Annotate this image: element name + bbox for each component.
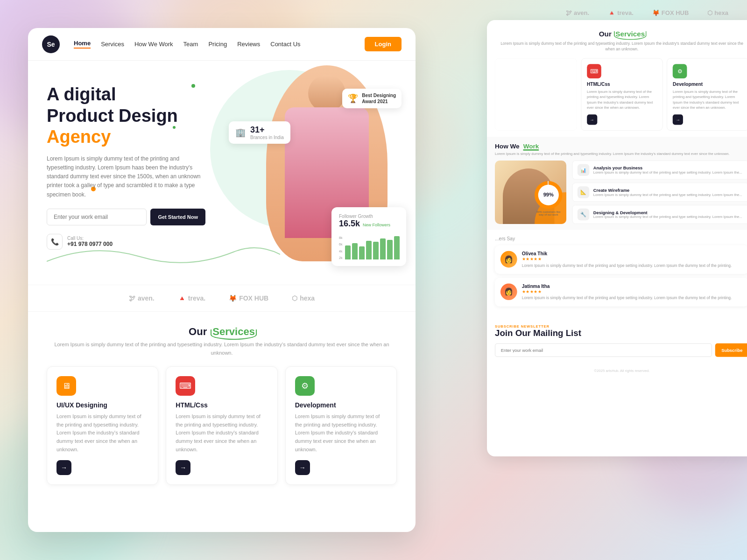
bar-8 [394,236,400,259]
top-partner-aven: 🕊 aven. [566,9,589,16]
testimonial-card-1: 👩 Olivea Thik ★★★★★ Lorem Ipsum is simpl… [495,245,747,273]
progress-inner: 99% [538,184,559,205]
logo-circle: Se [42,35,60,53]
email-form: Get Started Now [47,209,205,225]
award-badge: 🏆 Best Designing Award 2021 [342,89,402,108]
top-partner-treva: 🔺 treva. [608,9,634,16]
right-service-empty [495,58,577,131]
right-content-card: Our Services Lorem Ipsum is simply dummy… [487,20,747,456]
service-card-html: ⌨ HTML/Css Lorem Ipsum is simply dummy t… [166,366,277,485]
award-text: Best Designing Award 2021 [362,92,396,105]
services-title: Our Services [47,326,397,338]
bar-2 [352,243,358,259]
phone-icon: 📞 [47,234,63,250]
login-button[interactable]: Login [365,37,402,51]
how-step-2: 📐 Create Wireframe Lorem Ipsum is simply… [572,182,747,202]
hero-section: A digital Product Design Agency Lorem Ip… [28,61,416,285]
how-step-1: 📊 Analysis your Business Lorem Ipsum is … [572,161,747,180]
right-service-cards: ⌨ HTML/Css Lorem Ipsum is simply dummy t… [487,58,747,137]
dev-icon: ⚙ [295,376,315,396]
progress-circle: 99% [535,181,563,209]
email-input[interactable] [47,209,147,225]
partner-foxhub: 🦊 FOX HUB [229,294,268,302]
how-step-3: 🔧 Designing & Development Lorem Ipsum is… [572,205,747,224]
branches-badge: 🏢 31+ Brances in India [229,121,290,144]
logo: Se [42,35,60,53]
top-partner-hexa: ⬡ hexa [707,9,728,16]
right-html-icon: ⌨ [587,64,601,78]
newsletter-form: Subscribe [495,343,747,357]
right-html-card: ⌨ HTML/Css Lorem Ipsum is simply dummy t… [581,58,663,131]
how-content: 99% 99% customers like way of our work 📊… [495,161,747,224]
designing-icon: 🔧 [578,208,590,220]
services-description: Lorem Ipsum is simply dummy text of the … [47,341,397,357]
bar-3 [359,246,365,259]
nav-links: Home Services How We Work Team Pricing R… [74,40,365,49]
hero-image-area: 🏢 31+ Brances in India 🏆 Best Designing … [201,61,416,285]
services-section: Our Services Lorem Ipsum is simply dummy… [28,312,416,499]
how-we-work-title: How We Work [495,143,747,150]
dev-arrow-button[interactable]: → [295,460,310,475]
testimonials-header: ...ers Say [495,236,747,241]
step-2-content: Create Wireframe Lorem Ipsum is simply d… [593,188,742,196]
nav-contact[interactable]: Contact Us [270,41,300,48]
testimonials-section: ...ers Say 👩 Olivea Thik ★★★★★ Lorem Ips… [487,230,747,316]
uiux-icon: 🖥 [56,376,76,396]
call-us: 📞 Call Us: +91 978 0977 000 [47,234,205,250]
service-cards: 🖥 UI/UX Designing Lorem Ipsum is simply … [47,366,397,485]
newsletter-section: SUBSCRIBE NEWSLETTER Join Our Mailing Li… [487,316,747,365]
branches-info: 31+ Brances in India [250,125,284,140]
wireframe-icon: 📐 [578,186,590,198]
right-services: Our Services Lorem Ipsum is simply dummy… [487,20,747,58]
testimonial-content-1: Olivea Thik ★★★★★ Lorem Ipsum is simply … [522,251,732,268]
bar-7 [387,240,393,259]
hero-content: A digital Product Design Agency Lorem Ip… [47,75,205,250]
how-steps: 📊 Analysis your Business Lorem Ipsum is … [572,161,747,224]
partner-hexa: ⬡ hexa [292,294,315,302]
testimonial-content-2: Jatinma Itha ★★★★★ Lorem Ipsum is simply… [522,283,732,301]
how-image: 99% 99% customers like way of our work [495,161,566,224]
footer: ©2025 artsHub. All rights reserved. [487,365,747,377]
services-header: Our Services Lorem Ipsum is simply dummy… [47,326,397,357]
bar-5 [373,242,379,259]
navbar: Se Home Services How We Work Team Pricin… [28,28,416,61]
hero-title: A digital Product Design Agency [47,84,205,148]
partner-aven: 🕊 aven. [129,294,155,302]
nav-services[interactable]: Services [101,41,124,48]
step-1-content: Analysis your Business Lorem Ipsum is si… [593,166,742,175]
testimonial-avatar-1: 👩 [500,251,517,267]
nav-pricing[interactable]: Pricing [208,41,227,48]
newsletter-input[interactable] [495,343,712,357]
partner-treva: 🔺 treva. [178,294,205,302]
service-card-dev: ⚙ Development Lorem Ipsum is simply dumm… [285,366,397,485]
call-details: Call Us: +91 978 0977 000 [67,236,113,247]
analysis-icon: 📊 [578,164,590,176]
right-services-title: Our Services [499,30,745,38]
nav-home[interactable]: Home [74,40,91,49]
right-dev-icon: ⚙ [673,64,687,78]
bar-1 [345,245,351,259]
subscribe-button[interactable]: Subscribe [715,343,747,357]
bar-chart [345,236,400,259]
hero-description: Lorem Ipsum is simply dummy text of the … [47,154,205,199]
progress-overlay: 99% 99% customers like way of our work [535,181,563,216]
get-started-button[interactable]: Get Started Now [150,209,205,225]
top-partner-foxhub: 🦊 FOX HUB [652,9,689,16]
right-html-arrow[interactable]: → [587,114,597,125]
step-3-content: Designing & Development Lorem Ipsum is s… [593,210,742,219]
html-arrow-button[interactable]: → [176,460,190,475]
building-icon: 🏢 [235,127,246,138]
main-card: Se Home Services How We Work Team Pricin… [28,28,416,532]
right-dev-arrow[interactable]: → [673,114,683,125]
bar-6 [380,238,386,259]
nav-team[interactable]: Team [183,41,198,48]
how-we-work-section: How We Work Lorem Ipsum is simply dummy … [487,137,747,230]
uiux-arrow-button[interactable]: → [56,460,71,475]
bar-4 [366,241,372,259]
partners-section: 🕊 aven. 🔺 treva. 🦊 FOX HUB ⬡ hexa [28,285,416,312]
testimonial-card-2: 👩 Jatinma Itha ★★★★★ Lorem Ipsum is simp… [495,278,747,306]
testimonial-avatar-2: 👩 [500,283,517,300]
nav-reviews[interactable]: Reviews [237,41,260,48]
nav-how-we-work[interactable]: How We Work [134,41,173,48]
service-card-uiux: 🖥 UI/UX Designing Lorem Ipsum is simply … [47,366,158,485]
